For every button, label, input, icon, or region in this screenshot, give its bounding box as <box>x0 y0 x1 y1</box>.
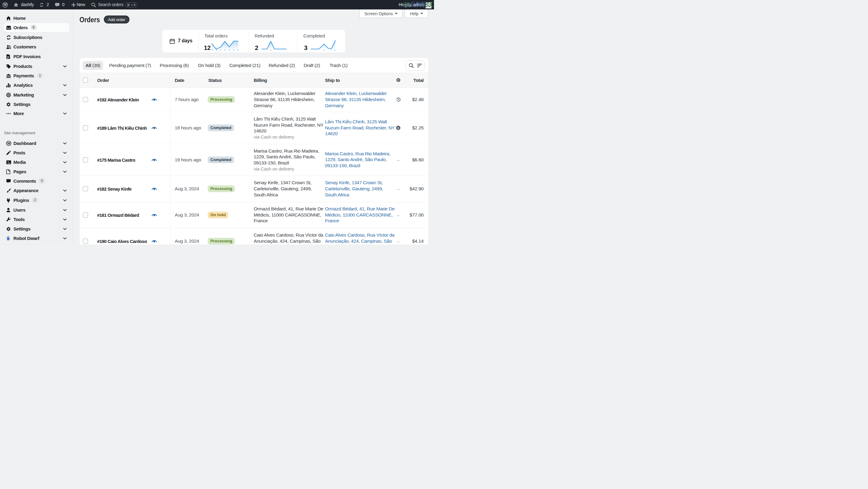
svg-text:W: W <box>4 3 7 6</box>
svg-text:W: W <box>7 141 10 145</box>
